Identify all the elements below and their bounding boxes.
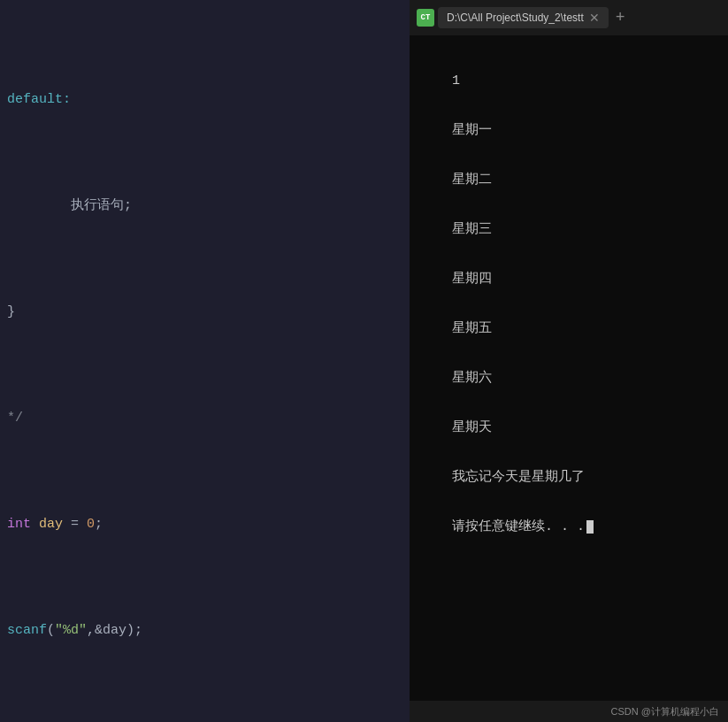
terminal-pane: CT D:\C\All Project\Study_2\testt ✕ + 1 … [410,0,728,722]
terminal-output-line-5: 星期四 [452,272,492,287]
terminal-output-line-1: 1 [452,73,460,88]
terminal-output-line-8: 星期天 [452,420,492,435]
code-line: scanf("%d",&day); [0,618,410,644]
terminal-icon-text: CT [421,13,431,22]
terminal-output-line-9: 我忘记今天是星期几了 [452,470,585,485]
terminal-tab-bar: CT D:\C\All Project\Study_2\testt ✕ + [410,0,728,35]
terminal-output-line-10: 请按任意键继续. . . [452,519,585,534]
terminal-tab-close-button[interactable]: ✕ [589,11,600,25]
terminal-tab[interactable]: D:\C\All Project\Study_2\testt ✕ [438,7,609,28]
editor-pane: default: 执行语句; } */ int day = 0; scanf("… [0,0,410,722]
terminal-cursor [586,520,594,534]
terminal-tab-title: D:\C\All Project\Study_2\testt [447,12,584,24]
code-content: default: 执行语句; } */ int day = 0; scanf("… [0,0,410,722]
code-line: 执行语句; [0,193,410,219]
terminal-footer: CSDN @计算机编程小白 [410,701,728,722]
terminal-output-line-7: 星期六 [452,371,492,386]
terminal-output: 1 星期一 星期二 星期三 星期四 星期五 星期六 星期天 我忘记今天是星期几了… [410,35,728,701]
terminal-footer-text: CSDN @计算机编程小白 [611,705,719,718]
code-line: */ [0,405,410,432]
terminal-tab-add-button[interactable]: + [616,9,625,27]
terminal-output-line-3: 星期二 [452,173,492,188]
terminal-output-line-2: 星期一 [452,123,492,138]
code-line: int day = 0; [0,511,410,538]
terminal-output-line-6: 星期五 [452,321,492,336]
terminal-icon: CT [417,9,434,27]
code-line: default: [0,87,410,113]
terminal-output-line-4: 星期三 [452,222,492,237]
code-line: } [0,299,410,326]
